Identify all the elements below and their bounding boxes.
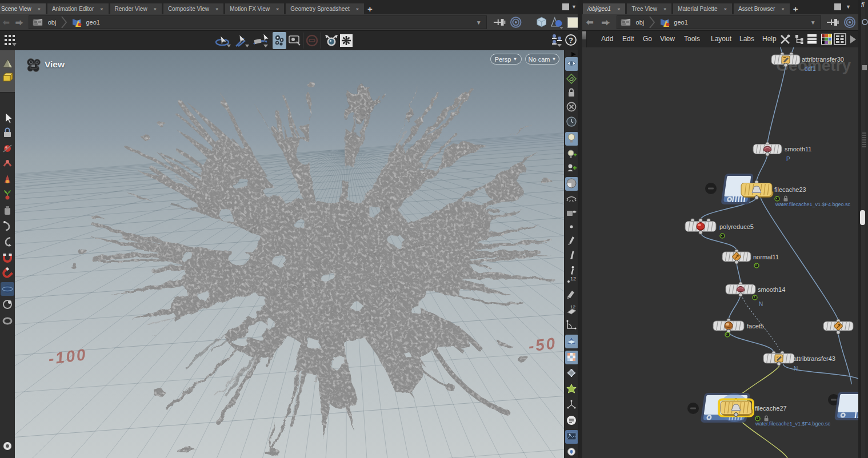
svg-text:smooth11: smooth11 [785, 146, 812, 152]
svg-text:smooth14: smooth14 [758, 286, 785, 293]
svg-text:filecache27: filecache27 [755, 405, 787, 412]
svg-text:ddf1: ddf1 [805, 66, 816, 72]
svg-text:water.filecache1_v1.$F4.bgeo.s: water.filecache1_v1.$F4.bgeo.sc [755, 421, 831, 427]
svg-text:water.filecache1_v1.$F4.bgeo.s: water.filecache1_v1.$F4.bgeo.sc [775, 202, 851, 207]
svg-text:filecache23: filecache23 [774, 186, 806, 193]
svg-text:attribtransfer43: attribtransfer43 [793, 355, 835, 362]
svg-text:attribtransfer30: attribtransfer30 [802, 56, 844, 63]
svg-text:N: N [794, 365, 798, 372]
svg-text:normal11: normal11 [753, 254, 779, 260]
svg-text:12: 12 [570, 276, 576, 282]
svg-text:?: ? [569, 36, 573, 45]
svg-text:P: P [786, 156, 790, 162]
svg-text:-50: -50 [527, 334, 558, 355]
svg-text:12: 12 [570, 304, 575, 310]
svg-text:facet5: facet5 [747, 323, 764, 330]
svg-text:N: N [759, 301, 763, 307]
svg-text:polyreduce5: polyreduce5 [719, 223, 754, 230]
